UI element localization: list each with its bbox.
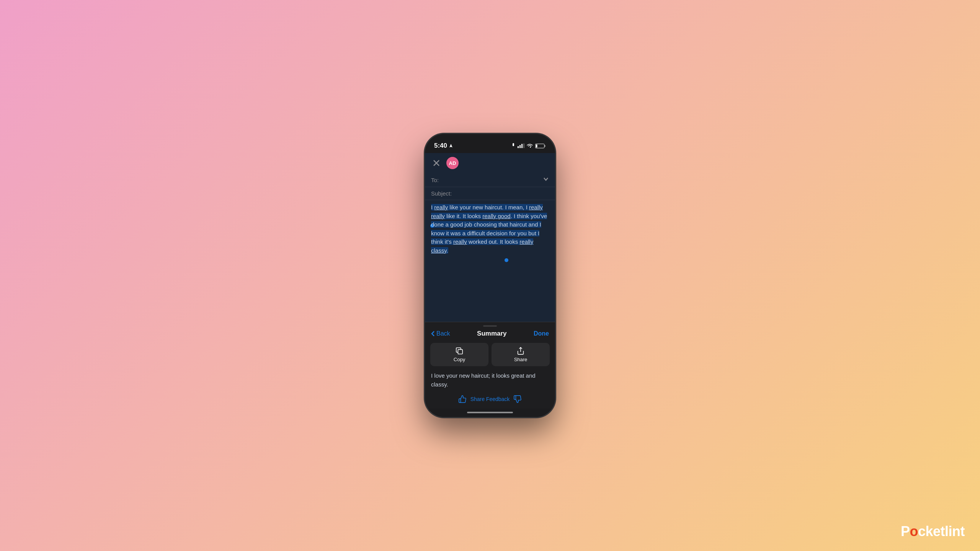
panel-title: Summary [477,330,506,337]
done-button[interactable]: Done [534,330,549,337]
body-area[interactable]: I really like your new haircut. I mean, … [425,200,555,322]
svg-rect-2 [519,145,521,148]
mic-icon [511,143,515,148]
to-label: To: [431,177,454,183]
back-button[interactable]: Back [431,330,450,337]
copy-button[interactable]: Copy [430,343,488,366]
avatar: AD [446,157,459,169]
thumbs-up-icon[interactable] [458,395,467,403]
compose-header: AD [425,153,555,173]
share-label: Share [514,357,528,362]
svg-rect-1 [518,146,519,148]
copy-icon [455,347,464,355]
feedback-row: Share Feedback [425,393,555,409]
status-bar: 5:40 [425,134,555,153]
battery-icon [535,143,546,148]
subject-label: Subject: [431,190,454,197]
home-indicator [425,409,555,417]
wifi-icon [527,143,533,148]
to-field-row[interactable]: To: [425,173,555,187]
location-icon [449,143,453,148]
subject-field-row[interactable]: Subject: [425,187,555,200]
chevron-down-icon [543,176,549,182]
time-display: 5:40 [434,142,447,150]
signal-icon [518,143,524,148]
copy-label: Copy [454,357,465,362]
svg-rect-4 [523,143,524,148]
share-feedback-button[interactable]: Share Feedback [470,396,510,402]
home-bar [467,412,513,413]
body-text[interactable]: I really like your new haircut. I mean, … [431,203,549,255]
phone-shell: 5:40 [425,134,555,417]
email-compose: AD To: Subject: I really like your new h… [425,153,555,322]
selection-cursor-end [505,258,508,262]
watermark: Pocketlint [901,523,965,540]
back-label: Back [436,330,450,337]
svg-rect-7 [536,144,537,147]
chevron-left-icon [431,331,435,337]
panel-nav: Back Summary Done [425,327,555,340]
action-buttons: Copy Share [425,340,555,369]
thumbs-down-icon[interactable] [513,395,522,403]
to-chevron [543,176,549,184]
svg-rect-6 [545,145,546,147]
summary-text: I love your new haircut; it looks great … [425,369,555,393]
svg-rect-10 [458,349,462,354]
share-icon [516,347,525,355]
share-button[interactable]: Share [492,343,550,366]
selected-text: I really like your new haircut. I mean, … [431,204,547,254]
close-icon [433,160,440,166]
svg-rect-0 [513,143,514,146]
svg-rect-3 [521,144,523,148]
status-icons [511,143,546,148]
close-button[interactable] [431,158,442,168]
bottom-panel: Back Summary Done Copy Share [425,322,555,409]
status-time: 5:40 [434,142,453,150]
